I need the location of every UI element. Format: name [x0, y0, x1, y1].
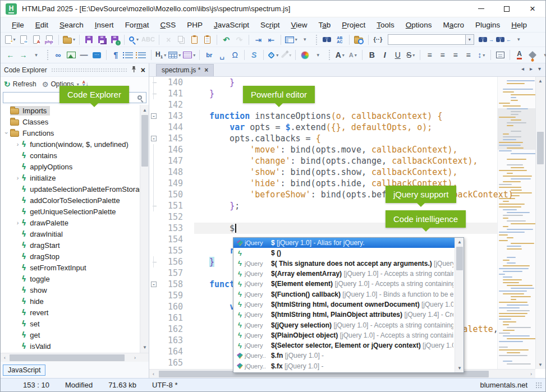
replace-dialog-icon[interactable]: ABAC [333, 34, 346, 46]
text-area-icon[interactable] [494, 49, 507, 61]
tab-spectrum-js[interactable]: spectrum.js * × [156, 64, 214, 76]
menu-help[interactable]: Help [506, 19, 533, 31]
scroll-thumb[interactable] [141, 115, 148, 167]
tree-item-contains[interactable]: ϟcontains [1, 150, 149, 161]
panel-close-icon[interactable]: × [141, 66, 145, 74]
font-family-icon[interactable]: A▾ [333, 49, 346, 61]
clipboard-history-icon[interactable] [201, 34, 214, 46]
autocomplete-item-1[interactable]: ϟ$ () [233, 248, 455, 258]
refresh-button[interactable]: ↻Refresh [4, 80, 36, 89]
search-combobox-icon[interactable]: ▾ [384, 34, 478, 46]
indent-icon[interactable]: ⇥ [252, 34, 265, 46]
autocomplete-item-9[interactable]: ϟjQuery$(PlainObject object) [jQuery 1.0… [233, 330, 455, 340]
autocomplete-item-3[interactable]: ϟjQuery$(Array elementArray) [jQuery 1.0… [233, 269, 455, 279]
tree-item-drawinitial[interactable]: ϟdrawInitial [1, 228, 149, 239]
language-badge[interactable]: JavaScript [3, 365, 45, 376]
tree-item-set[interactable]: ϟset [1, 318, 149, 329]
navigate-forward-icon[interactable]: → [17, 49, 30, 61]
italic-icon[interactable]: I [378, 49, 391, 61]
tree-item-updateselectionpalettefromstorag[interactable]: ϟupdateSelectionPaletteFromStorag [1, 183, 149, 195]
dropdown-icon[interactable]: ▾ [164, 53, 166, 58]
menu-project[interactable]: Project [336, 19, 371, 31]
tab-list-icon[interactable]: ▾ [538, 66, 541, 72]
menu-tools[interactable]: Tools [371, 19, 400, 31]
insert-comment-icon[interactable]: ··· [90, 49, 103, 61]
find-icon[interactable]: ▾ [127, 34, 140, 46]
tree-item-revert[interactable]: ϟrevert [1, 307, 149, 318]
insert-image-icon[interactable] [65, 49, 77, 61]
dropdown-icon[interactable]: ▾ [342, 53, 345, 58]
menu-tab[interactable]: Tab [313, 19, 337, 31]
minimap[interactable] [497, 77, 535, 369]
maximize-button[interactable] [494, 1, 520, 17]
navigate-back-icon[interactable]: ← [4, 49, 17, 61]
save-all-icon[interactable] [95, 34, 108, 46]
chevron-right-icon[interactable]: › [14, 174, 21, 181]
scroll-up-icon[interactable]: ▲ [455, 238, 464, 246]
undo-icon[interactable]: ↶ [220, 34, 233, 46]
tree-item-functions[interactable]: ›Functions [1, 127, 149, 139]
menu-script[interactable]: Script [255, 19, 286, 31]
menu-format[interactable]: Format [120, 19, 155, 31]
brand-link[interactable]: blumentals.net [480, 381, 527, 389]
scroll-thumb[interactable] [537, 132, 544, 164]
tree-item-hide[interactable]: ϟhide [1, 296, 149, 307]
tree-item-toggle[interactable]: ϟtoggle [1, 273, 149, 284]
dropdown-icon[interactable]: ▾ [295, 37, 297, 42]
scroll-down-icon[interactable]: ▼ [140, 343, 149, 352]
resize-grip[interactable] [535, 382, 542, 389]
search-icon[interactable] [137, 95, 142, 100]
tab-scroll-left-icon[interactable]: ◂ [521, 66, 524, 72]
tree-item-drawpalette[interactable]: ›ϟdrawPalette [1, 217, 149, 228]
insert-br-icon[interactable]: br [203, 49, 215, 61]
font-size-icon[interactable]: A▾ [346, 49, 359, 61]
new-document-icon[interactable]: *▾ [4, 34, 17, 46]
strikethrough-icon[interactable]: S▾ [404, 49, 417, 61]
new-php-document-icon[interactable]: php [43, 34, 56, 46]
scroll-down-icon[interactable]: ▼ [536, 361, 545, 369]
dropdown-icon[interactable]: ▾ [483, 53, 485, 58]
find-next-icon[interactable]: → [478, 34, 495, 46]
menu-view[interactable]: View [285, 19, 313, 31]
autocomplete-item-4[interactable]: ϟjQuery$(Element element) [jQuery 1.0] -… [233, 279, 455, 289]
editor-vscrollbar[interactable]: ▲ ▼ [535, 77, 545, 369]
insert-horizontal-rule-icon[interactable]: — [77, 49, 90, 61]
autocomplete-item-12[interactable]: jQuery..$.fx [jQuery 1.0] - [233, 361, 455, 371]
tree-item-show[interactable]: ϟshow [1, 284, 149, 296]
panel-layout-icon[interactable]: ▾ [284, 34, 299, 46]
autocomplete-item-7[interactable]: ϟjQuery$(htmlString html, PlainObject at… [233, 310, 455, 320]
fold-collapse-icon[interactable]: - [151, 282, 157, 287]
open-file-icon[interactable]: ▾ [62, 34, 76, 46]
chevron-right-icon[interactable]: › [14, 219, 21, 226]
tree-item-addcolortoselectionpalette[interactable]: ϟaddColorToSelectionPalette [1, 195, 149, 206]
search-overflow-icon[interactable]: ▾ [512, 34, 525, 46]
tree-item-get[interactable]: ϟget [1, 329, 149, 340]
dropdown-icon[interactable]: ▾ [178, 53, 181, 58]
find-in-files-icon[interactable] [352, 34, 365, 46]
insert-table-icon[interactable]: ▾ [167, 49, 182, 61]
font-color-icon[interactable]: A [513, 49, 526, 61]
insert-special-character-icon[interactable]: Ω [228, 49, 241, 61]
search-combobox-input[interactable] [388, 34, 465, 45]
toolbar-grip[interactable] [316, 35, 317, 45]
scroll-right-icon[interactable]: › [131, 353, 139, 362]
scroll-up-icon[interactable]: ▲ [536, 77, 545, 85]
dropdown-icon[interactable]: ▾ [136, 37, 139, 42]
insert-paragraph-icon[interactable]: ¶ [109, 49, 122, 61]
scroll-thumb[interactable] [10, 354, 125, 361]
underline-icon[interactable]: U [391, 49, 404, 61]
format-overflow-icon[interactable]: ▾ [539, 49, 546, 61]
insert-nbsp-icon[interactable]: ␣ [215, 49, 228, 61]
line-spacing-icon[interactable]: ↕▾ [475, 49, 488, 61]
autocomplete-item-11[interactable]: jQuery..$.fn [jQuery 1.0] - [233, 351, 455, 361]
explorer-hscrollbar[interactable]: ‹ › [1, 353, 149, 362]
tab-close-icon[interactable]: × [204, 67, 208, 73]
tree-item-setfromtextinput[interactable]: ϟsetFromTextInput [1, 262, 149, 273]
pin-icon[interactable] [131, 65, 137, 75]
autocomplete-item-10[interactable]: ϟjQuery$(Selector selector, Element or j… [233, 340, 455, 351]
insert-form-icon[interactable]: ▾ [182, 49, 196, 61]
insert-script-icon[interactable]: S [247, 49, 260, 61]
close-button[interactable]: × [520, 1, 545, 17]
scroll-left-icon[interactable]: ‹ [149, 370, 158, 378]
menu-css[interactable]: CSS [154, 19, 181, 31]
